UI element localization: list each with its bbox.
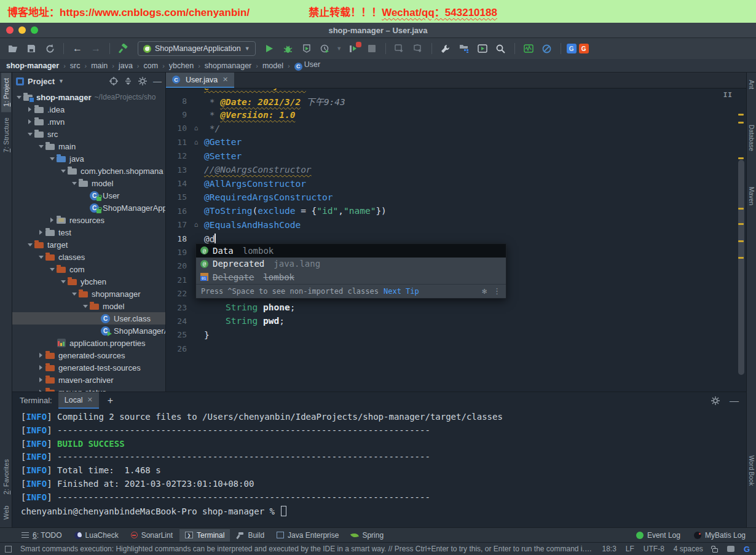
editor-error-stripe[interactable] xyxy=(736,89,746,392)
run-config-selector[interactable]: ShopManagerApplication ▼ xyxy=(138,41,256,56)
code-line-12[interactable]: 12@Setter xyxy=(166,149,746,163)
attach-debugger-icon[interactable] xyxy=(392,41,408,56)
encoding-indicator[interactable]: UTF-8 xyxy=(644,545,664,553)
chevron-collapsed-icon[interactable] xyxy=(26,107,34,112)
tool-window-button-luacheck[interactable]: LuaCheck xyxy=(69,529,124,541)
code-line-16[interactable]: 16@ToString(exclude = {"id","name"}) xyxy=(166,204,746,218)
breadcrumb-item[interactable]: CUser xyxy=(294,60,320,71)
kebab-menu-icon[interactable]: ⋮ xyxy=(493,286,501,296)
build-hammer-icon[interactable] xyxy=(116,41,132,56)
chevron-collapsed-icon[interactable] xyxy=(48,218,56,222)
chevron-expanded-icon[interactable] xyxy=(59,170,67,173)
chevron-expanded-icon[interactable] xyxy=(70,293,78,296)
tool-window-button-mybatis-log[interactable]: MyBatis Log xyxy=(688,529,751,541)
tree-item-application-properties[interactable]: application.properties xyxy=(12,337,165,349)
code-editor[interactable]: @Author: chenyanbin8 * @Date: 2021/3/2 下… xyxy=(166,89,746,392)
profiler-icon[interactable] xyxy=(317,41,333,56)
activity-monitor-icon[interactable] xyxy=(521,41,537,56)
warning-stripe-mark[interactable] xyxy=(738,122,744,124)
chevron-expanded-icon[interactable] xyxy=(37,256,45,259)
tree-item--idea[interactable]: .idea xyxy=(12,103,165,116)
breadcrumb-item[interactable]: src xyxy=(70,61,81,70)
tree-item-shop-manager[interactable]: shop-manager~/IdeaProjects/sho xyxy=(12,91,165,103)
terminal-prompt[interactable]: chenyanbin@chenyanbindeMacBook-Pro shop-… xyxy=(21,506,746,519)
chevron-expanded-icon[interactable] xyxy=(70,182,78,185)
code-line-23[interactable]: 23 String phone; xyxy=(166,301,746,314)
tool-strip-item-ant[interactable]: Ant xyxy=(747,75,755,94)
chevron-expanded-icon[interactable] xyxy=(26,243,34,246)
status-window-icon[interactable] xyxy=(5,546,12,553)
breadcrumb-item[interactable]: model xyxy=(262,61,283,70)
chevron-expanded-icon[interactable] xyxy=(37,145,45,148)
breadcrumb-item[interactable]: shopmanager xyxy=(205,61,251,70)
editor-scrollbar[interactable] xyxy=(738,160,744,375)
chevron-expanded-icon[interactable] xyxy=(59,280,67,283)
tree-item-com-ybchen-shopmana[interactable]: com.ybchen.shopmana xyxy=(12,165,165,177)
tree-item-target[interactable]: target xyxy=(12,238,165,251)
project-view-selector[interactable]: Project ▼ xyxy=(16,77,64,86)
project-structure-icon[interactable] xyxy=(456,41,472,56)
tool-window-button-6-todo[interactable]: 6: TODO xyxy=(16,529,68,541)
tool-strip-item-word-book[interactable]: Word Book xyxy=(747,451,755,490)
services-icon[interactable] xyxy=(345,41,361,56)
tool-strip-item-database[interactable]: Database xyxy=(747,120,755,156)
code-line-9[interactable]: 9 * @Versiion: 1.0 xyxy=(166,108,746,121)
completion-item-data[interactable]: @Datalombok xyxy=(196,244,506,258)
tree-item-src[interactable]: src xyxy=(12,128,165,140)
chevron-expanded-icon[interactable] xyxy=(15,96,23,99)
code-line-11[interactable]: 11⌂@Getter xyxy=(166,135,746,149)
run-icon[interactable] xyxy=(262,41,278,56)
collapse-all-icon[interactable] xyxy=(124,77,132,85)
assistant-icon[interactable] xyxy=(727,546,734,552)
code-line-13[interactable]: 13//@NoArgsConstructor xyxy=(166,163,746,176)
fold-marker-icon[interactable]: ⌂ xyxy=(191,138,202,146)
tree-item-main[interactable]: main xyxy=(12,140,165,152)
breadcrumb-item[interactable]: ybchen xyxy=(169,61,194,70)
chevron-collapsed-icon[interactable] xyxy=(37,365,45,370)
caret-position[interactable]: 18:3 xyxy=(602,545,616,553)
stop-icon[interactable] xyxy=(364,41,380,56)
translate-plugin-icon[interactable]: G xyxy=(579,44,589,53)
minimize-window-button[interactable] xyxy=(18,26,26,34)
tab-user-java[interactable]: C User.java ✕ xyxy=(166,73,234,88)
code-line-7[interactable]: @Author: chenyanbin xyxy=(166,89,746,94)
warning-stripe-mark[interactable] xyxy=(738,208,744,210)
save-icon[interactable] xyxy=(23,41,39,56)
chevron-collapsed-icon[interactable] xyxy=(26,119,34,124)
terminal-tab-local[interactable]: Local✕ xyxy=(58,392,99,409)
code-line-8[interactable]: 8 * @Date: 2021/3/2 下午9:43 xyxy=(166,94,746,108)
tree-item-user-class[interactable]: CUser.class xyxy=(12,312,165,325)
chevron-collapsed-icon[interactable] xyxy=(37,377,45,382)
new-terminal-icon[interactable]: + xyxy=(105,395,116,406)
hide-terminal-icon[interactable]: — xyxy=(730,395,739,406)
warning-stripe-mark[interactable] xyxy=(738,157,744,159)
completion-item-deprecated[interactable]: @Deprecatedjava.lang xyxy=(196,258,506,271)
tree-item-classes[interactable]: classes xyxy=(12,251,165,263)
tree-item-model[interactable]: model xyxy=(12,300,165,312)
warning-stripe-mark[interactable] xyxy=(738,257,744,259)
breadcrumb-item[interactable]: main xyxy=(91,61,108,70)
chevron-expanded-icon[interactable] xyxy=(48,268,56,271)
tool-strip-item-web[interactable]: Web xyxy=(1,500,11,525)
tree-item-user[interactable]: CUser xyxy=(12,189,165,202)
power-save-icon[interactable] xyxy=(539,41,555,56)
deploy-icon[interactable] xyxy=(410,41,426,56)
google-icon[interactable]: G xyxy=(744,545,750,554)
tool-window-button-terminal[interactable]: ❯Terminal xyxy=(179,529,230,541)
breadcrumb-item[interactable]: com xyxy=(144,61,159,70)
code-line-15[interactable]: 15@RequiredArgsConstructor xyxy=(166,191,746,204)
run-anything-icon[interactable] xyxy=(474,41,490,56)
tree-item-generated-test-sources[interactable]: generated-test-sources xyxy=(12,361,165,374)
tree-item-shopmanager[interactable]: shopmanager xyxy=(12,288,165,300)
maximize-window-button[interactable] xyxy=(31,26,38,34)
tree-item-generated-sources[interactable]: generated-sources xyxy=(12,349,165,361)
tree-item-maven-status[interactable]: maven-status xyxy=(12,386,165,392)
translate-icon[interactable]: G xyxy=(567,44,577,53)
chevron-expanded-icon[interactable] xyxy=(26,133,34,136)
debug-icon[interactable] xyxy=(280,41,296,56)
chevron-collapsed-icon[interactable] xyxy=(37,353,45,358)
settings-wrench-icon[interactable] xyxy=(438,41,454,56)
code-line-24[interactable]: 24 String pwd; xyxy=(166,314,746,328)
line-ending-indicator[interactable]: LF xyxy=(626,545,634,553)
forward-icon[interactable]: → xyxy=(88,41,104,56)
